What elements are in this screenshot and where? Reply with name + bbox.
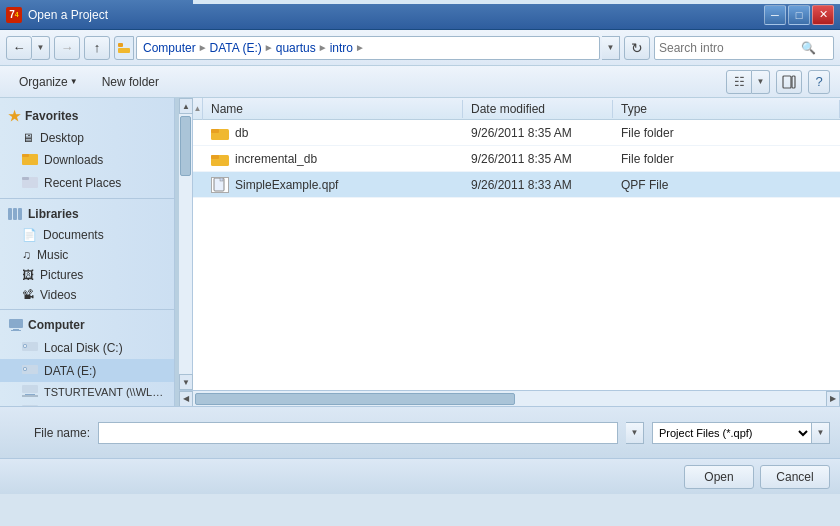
- libraries-header: Libraries: [0, 203, 174, 225]
- hscroll-left-arrow[interactable]: ◀: [179, 391, 193, 407]
- view-dropdown-btn[interactable]: ▼: [752, 70, 770, 94]
- content-toolbar: Organize ▼ New folder ☷ ▼ ?: [0, 66, 840, 98]
- sidebar-item-downloads[interactable]: Downloads: [0, 148, 174, 171]
- file-date: 9/26/2011 8:35 AM: [463, 124, 613, 142]
- sidebar-item-label: Desktop: [40, 131, 84, 145]
- action-bar: Open Cancel: [0, 458, 840, 494]
- sidebar-item-tsturtevant[interactable]: TSTURTEVANT (\\WLCL03_WLFS01_SERVER\WLFS…: [0, 382, 174, 402]
- organize-label: Organize: [19, 75, 68, 89]
- address-dropdown-btn[interactable]: ▼: [602, 36, 620, 60]
- refresh-button[interactable]: ↻: [624, 36, 650, 60]
- title-bar-left: 74 Open a Project: [6, 7, 108, 23]
- svg-rect-11: [9, 319, 23, 328]
- open-button[interactable]: Open: [684, 465, 754, 489]
- videos-icon: 📽: [22, 288, 34, 302]
- sidebar-item-datae[interactable]: DATA (E:): [0, 359, 174, 382]
- file-type: File folder: [613, 150, 840, 168]
- file-date: 9/26/2011 8:35 AM: [463, 150, 613, 168]
- filetype-dropdown-btn[interactable]: ▼: [812, 422, 830, 444]
- back-button[interactable]: ←: [6, 36, 32, 60]
- downloads-folder-icon: [22, 151, 38, 168]
- vscroll-down-arrow[interactable]: ▼: [179, 374, 193, 390]
- path-quartus[interactable]: quartus: [276, 41, 316, 55]
- vscroll-thumb[interactable]: [180, 116, 191, 176]
- filename-dropdown-btn[interactable]: ▼: [626, 422, 644, 444]
- sidebar-item-recent[interactable]: Recent Places: [0, 171, 174, 194]
- sidebar-item-music[interactable]: ♫ Music: [0, 245, 174, 265]
- computer-label: Computer: [28, 318, 85, 332]
- sidebar-item-videos[interactable]: 📽 Videos: [0, 285, 174, 305]
- svg-rect-20: [22, 385, 38, 393]
- file-type: QPF File: [613, 176, 840, 194]
- favorites-label: Favorites: [25, 109, 78, 123]
- app-icon: 74: [6, 7, 22, 23]
- minimize-button[interactable]: ─: [764, 5, 786, 25]
- libraries-label: Libraries: [28, 207, 79, 221]
- file-date: 9/26/2011 8:33 AM: [463, 176, 613, 194]
- path-computer[interactable]: Computer: [143, 41, 196, 55]
- folder-icon: [211, 125, 229, 141]
- up-button[interactable]: ↑: [84, 36, 110, 60]
- filename-row: File name: ▼ Project Files (*.qpf) ▼: [10, 422, 830, 444]
- qpf-file-icon: [211, 177, 229, 193]
- documents-label: Documents: [43, 228, 104, 242]
- forward-button[interactable]: →: [54, 36, 80, 60]
- svg-rect-27: [211, 129, 219, 133]
- file-name-cell: incremental_db: [203, 149, 463, 169]
- col-header-name[interactable]: Name: [203, 100, 463, 118]
- sidebar: ★ Favorites 🖥 Desktop Downloads Recent P…: [0, 98, 175, 406]
- localc-label: Local Disk (C:): [44, 341, 123, 355]
- svg-rect-9: [13, 208, 17, 220]
- file-area: ▲ ▼ ▲ Name Date modified Type: [179, 98, 840, 406]
- search-icon[interactable]: 🔍: [801, 41, 816, 55]
- sidebar-item-localc[interactable]: Local Disk (C:): [0, 336, 174, 359]
- back-dropdown[interactable]: ▼: [32, 36, 50, 60]
- table-row[interactable]: incremental_db 9/26/2011 8:35 AM File fo…: [193, 146, 840, 172]
- file-name-cell: db: [203, 123, 463, 143]
- divider-2: [0, 309, 174, 310]
- table-row[interactable]: SimpleExample.qpf 9/26/2011 8:33 AM QPF …: [193, 172, 840, 198]
- cancel-button[interactable]: Cancel: [760, 465, 830, 489]
- svg-rect-10: [18, 208, 22, 220]
- svg-rect-3: [792, 76, 795, 88]
- computer-section: Computer Local Disk (C:) DATA (E:) TSTUR…: [0, 314, 174, 406]
- sidebar-item-share[interactable]: Share (\\WLCL03_WLFS03_SERVER\WLFS03) (J…: [0, 402, 174, 406]
- filetype-select[interactable]: Project Files (*.qpf): [652, 422, 812, 444]
- sidebar-item-documents[interactable]: 📄 Documents: [0, 225, 174, 245]
- main-content: ★ Favorites 🖥 Desktop Downloads Recent P…: [0, 98, 840, 406]
- file-list-header: ▲ Name Date modified Type: [193, 98, 840, 120]
- sidebar-item-pictures[interactable]: 🖼 Pictures: [0, 265, 174, 285]
- hscroll-right-arrow[interactable]: ▶: [826, 391, 840, 407]
- favorites-star-icon: ★: [8, 108, 21, 124]
- back-forward-buttons: ← ▼: [6, 36, 50, 60]
- col-header-type[interactable]: Type: [613, 100, 840, 118]
- breadcrumb-icon: [114, 36, 134, 60]
- maximize-button[interactable]: □: [788, 5, 810, 25]
- svg-rect-29: [211, 155, 219, 159]
- svg-rect-0: [118, 43, 123, 47]
- help-button[interactable]: ?: [808, 70, 830, 94]
- vscroll-bar: ▲ ▼: [179, 98, 193, 390]
- localc-icon: [22, 339, 38, 356]
- table-row[interactable]: db 9/26/2011 8:35 AM File folder: [193, 120, 840, 146]
- preview-pane-btn[interactable]: [776, 70, 802, 94]
- downloads-label: Downloads: [44, 153, 103, 167]
- svg-rect-7: [22, 177, 29, 180]
- favorites-header: ★ Favorites: [0, 104, 174, 128]
- view-icon-btn[interactable]: ☷: [726, 70, 752, 94]
- libraries-section: Libraries 📄 Documents ♫ Music 🖼 Pictures…: [0, 203, 174, 305]
- new-folder-button[interactable]: New folder: [93, 71, 168, 93]
- address-path[interactable]: Computer ► DATA (E:) ► quartus ► intro ►: [136, 36, 600, 60]
- path-datae[interactable]: DATA (E:): [210, 41, 262, 55]
- organize-button[interactable]: Organize ▼: [10, 71, 87, 93]
- col-header-date[interactable]: Date modified: [463, 100, 613, 118]
- search-box: 🔍: [654, 36, 834, 60]
- music-label: Music: [37, 248, 68, 262]
- sidebar-item-desktop[interactable]: 🖥 Desktop: [0, 128, 174, 148]
- hscroll-thumb[interactable]: [195, 393, 515, 405]
- path-intro[interactable]: intro: [330, 41, 353, 55]
- filename-input[interactable]: [98, 422, 618, 444]
- vscroll-up-arrow[interactable]: ▲: [179, 98, 193, 114]
- search-input[interactable]: [659, 41, 799, 55]
- close-button[interactable]: ✕: [812, 5, 834, 25]
